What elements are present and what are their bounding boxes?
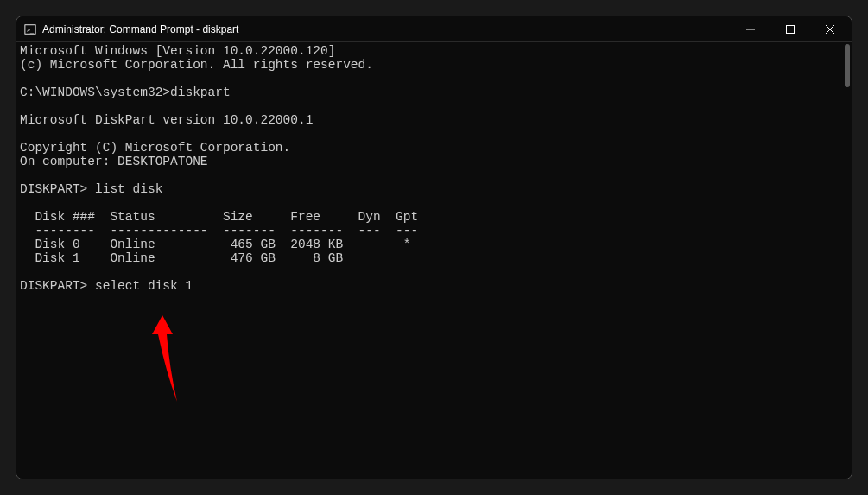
minimize-button[interactable] bbox=[731, 16, 770, 41]
version-line: Microsoft Windows [Version 10.0.22000.12… bbox=[20, 44, 335, 58]
window-controls bbox=[731, 16, 850, 41]
disk-table-row: Disk 1 Online 476 GB 8 GB bbox=[20, 251, 343, 265]
svg-text:>_: >_ bbox=[27, 26, 35, 33]
diskpart-copyright: Copyright (C) Microsoft Corporation. bbox=[20, 141, 290, 155]
diskpart-list-disk: DISKPART> list disk bbox=[20, 182, 162, 196]
terminal-output[interactable]: Microsoft Windows [Version 10.0.22000.12… bbox=[16, 42, 852, 479]
scrollbar-thumb[interactable] bbox=[845, 44, 850, 87]
copyright-line: (c) Microsoft Corporation. All rights re… bbox=[20, 58, 373, 72]
disk-table-divider: -------- ------------- ------- ------- -… bbox=[20, 224, 418, 238]
diskpart-select-disk: DISKPART> select disk 1 bbox=[20, 279, 193, 293]
command-prompt-window: >_ Administrator: Command Prompt - diskp… bbox=[16, 16, 852, 479]
svg-rect-3 bbox=[787, 25, 795, 33]
prompt-diskpart: C:\WINDOWS\system32>diskpart bbox=[20, 86, 231, 99]
disk-table-header: Disk ### Status Size Free Dyn Gpt bbox=[20, 210, 418, 224]
disk-table-row: Disk 0 Online 465 GB 2048 KB * bbox=[20, 238, 410, 251]
cmd-icon: >_ bbox=[23, 22, 37, 36]
close-button[interactable] bbox=[810, 16, 850, 41]
maximize-button[interactable] bbox=[770, 16, 810, 41]
diskpart-version: Microsoft DiskPart version 10.0.22000.1 bbox=[20, 113, 313, 127]
titlebar[interactable]: >_ Administrator: Command Prompt - diskp… bbox=[16, 16, 852, 42]
window-title: Administrator: Command Prompt - diskpart bbox=[42, 23, 731, 35]
computer-name: On computer: DESKTOPATONE bbox=[20, 155, 208, 168]
